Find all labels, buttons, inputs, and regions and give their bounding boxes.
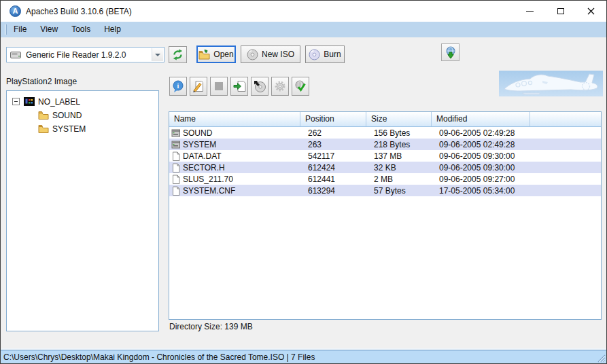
table-body: SOUND 262 156 Bytes 09-06-2005 02:49:28 … (169, 127, 601, 196)
run-disc-icon (254, 80, 266, 92)
refresh-icon (172, 49, 184, 60)
folder-icon (38, 111, 49, 120)
drive-icon (171, 128, 181, 137)
tree-root-label: NO_LABEL (38, 97, 80, 107)
menu-file[interactable]: File (7, 22, 33, 37)
cell-size: 57 Bytes (366, 186, 432, 196)
menu-help[interactable]: Help (97, 22, 128, 37)
cell-name: SECTOR.H (183, 163, 225, 172)
info-button[interactable]: i (169, 77, 187, 96)
info-icon: i (172, 80, 184, 93)
edit-file-button[interactable] (190, 77, 207, 96)
reader-select-value: Generic File Reader 1.9.2.0 (26, 50, 126, 60)
table-row[interactable]: SYSTEM 263 218 Bytes 09-06-2005 02:49:28 (169, 139, 601, 150)
cell-position: 542117 (300, 151, 366, 161)
plane-icon (499, 71, 603, 96)
verify-check-icon (294, 80, 307, 92)
cell-position: 612424 (300, 163, 366, 172)
cell-size: 156 Bytes (366, 128, 432, 138)
menu-bar: File View Tools Help (1, 22, 606, 37)
extract-file-icon (233, 80, 246, 92)
new-iso-disc-icon (247, 49, 258, 60)
close-icon (587, 7, 595, 15)
burn-button-label: Burn (324, 50, 341, 59)
cell-position: 262 (300, 128, 366, 138)
minimize-icon (526, 11, 534, 12)
new-iso-button-label: New ISO (262, 50, 294, 59)
tree-node-root[interactable]: NO_LABEL (7, 96, 158, 107)
cell-modified: 09-06-2005 09:30:00 (432, 163, 530, 172)
menu-view[interactable]: View (33, 22, 65, 37)
column-header-blank (530, 112, 601, 126)
cell-name: SYSTEM (183, 140, 216, 149)
window-title: Apache3 Build 3.10.6 (BETA) (26, 7, 132, 16)
drive-icon (10, 51, 22, 59)
column-header-size[interactable]: Size (366, 112, 432, 126)
cell-modified: 09-06-2005 09:27:00 (432, 175, 530, 184)
web-update-icon (445, 46, 457, 59)
stop-icon (213, 80, 225, 92)
file-icon (171, 151, 181, 161)
reader-select[interactable]: Generic File Reader 1.9.2.0 (6, 47, 164, 62)
table-row[interactable]: SOUND 262 156 Bytes 09-06-2005 02:49:28 (169, 127, 601, 139)
cell-position: 263 (300, 140, 366, 149)
maximize-button[interactable] (545, 1, 576, 22)
table-row[interactable]: SLUS_211.70 612441 2 MB 09-06-2005 09:27… (169, 173, 601, 185)
cell-name: DATA.DAT (183, 151, 222, 161)
status-path-text: C:\Users\Chrys\Desktop\Makai Kingdom - C… (3, 352, 315, 362)
stop-button[interactable] (210, 77, 228, 96)
sidebar-title: PlayStation2 Image (6, 77, 77, 86)
column-header-modified[interactable]: Modified (432, 112, 530, 126)
collapse-icon[interactable] (12, 98, 20, 105)
extract-file-button[interactable] (230, 77, 248, 96)
open-button[interactable]: Open (196, 46, 236, 63)
title-bar: A Apache3 Build 3.10.6 (BETA) (1, 1, 606, 22)
edit-file-icon (192, 80, 205, 92)
file-icon (171, 163, 181, 172)
verify-button[interactable] (292, 77, 309, 96)
cell-size: 2 MB (366, 175, 432, 184)
cell-name: SOUND (183, 128, 212, 138)
app-window: A Apache3 Build 3.10.6 (BETA) File View … (0, 0, 607, 364)
close-button[interactable] (576, 1, 606, 22)
directory-size-label: Directory Size: 139 MB (169, 322, 253, 331)
tree-child-label: SYSTEM (52, 124, 86, 134)
file-list-panel: Name Position Size Modified SOUND 262 15… (169, 111, 602, 320)
plane-banner-image (499, 71, 603, 96)
refresh-button[interactable] (169, 46, 187, 63)
cell-size: 32 KB (366, 163, 432, 172)
cell-modified: 09-06-2005 09:30:00 (432, 151, 530, 161)
new-iso-button[interactable]: New ISO (241, 46, 300, 63)
file-icon (171, 175, 181, 184)
cell-modified: 09-06-2005 02:49:28 (432, 128, 530, 138)
cell-position: 613294 (300, 186, 366, 196)
reader-select-dropdown-button[interactable] (152, 48, 163, 61)
resize-grip[interactable] (596, 353, 606, 363)
status-bar: C:\Users\Chrys\Desktop\Makai Kingdom - C… (1, 350, 606, 363)
cell-size: 218 Bytes (366, 140, 432, 149)
tree-node-system[interactable]: SYSTEM (7, 123, 158, 134)
column-header-name[interactable]: Name (169, 112, 300, 126)
table-row[interactable]: SYSTEM.CNF 613294 57 Bytes 17-05-2005 05… (169, 185, 601, 196)
table-row[interactable]: DATA.DAT 542117 137 MB 09-06-2005 09:30:… (169, 150, 601, 162)
open-folder-icon (198, 50, 210, 60)
tree-node-sound[interactable]: SOUND (7, 109, 158, 121)
column-header-position[interactable]: Position (300, 112, 366, 126)
minimize-button[interactable] (515, 1, 545, 22)
image-tree-panel: NO_LABEL SOUND SYSTEM (6, 90, 159, 331)
folder-icon (38, 124, 49, 133)
run-disc-button[interactable] (251, 77, 268, 96)
tree-child-label: SOUND (52, 111, 82, 120)
open-button-label: Open (213, 50, 233, 59)
burn-disc-icon (309, 49, 320, 60)
web-update-button[interactable] (441, 43, 459, 61)
settings-button[interactable] (271, 77, 289, 96)
table-header: Name Position Size Modified (169, 112, 601, 127)
cell-position: 612441 (300, 175, 366, 184)
burn-button[interactable]: Burn (305, 46, 345, 63)
svg-text:i: i (177, 82, 179, 90)
menu-tools[interactable]: Tools (65, 22, 97, 37)
cell-size: 137 MB (366, 151, 432, 161)
table-row[interactable]: SECTOR.H 612424 32 KB 09-06-2005 09:30:0… (169, 162, 601, 173)
file-icon (171, 186, 181, 196)
